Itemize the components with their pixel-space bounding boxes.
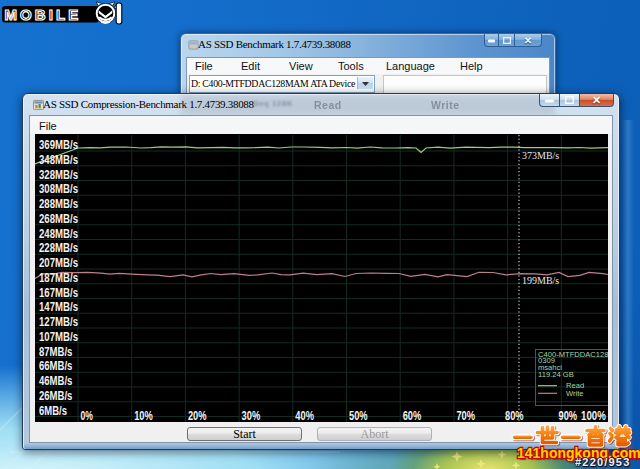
svg-text:26MB/s: 26MB/s	[39, 389, 73, 403]
svg-text:328MB/s: 328MB/s	[39, 168, 78, 182]
svg-text:60%: 60%	[403, 409, 422, 422]
svg-text:167MB/s: 167MB/s	[39, 286, 78, 300]
svg-text:119.24 GB: 119.24 GB	[538, 370, 574, 379]
svg-text:268MB/s: 268MB/s	[39, 212, 78, 226]
svg-text:373MB/s: 373MB/s	[522, 150, 559, 161]
svg-text:66MB/s: 66MB/s	[39, 359, 73, 373]
svg-text:348MB/s: 348MB/s	[39, 153, 78, 167]
svg-text:70%: 70%	[456, 409, 475, 422]
svg-text:50%: 50%	[349, 409, 368, 422]
svg-text:127MB/s: 127MB/s	[39, 315, 78, 329]
svg-text:107MB/s: 107MB/s	[39, 330, 78, 344]
svg-text:100%: 100%	[581, 409, 606, 422]
svg-text:Write: Write	[566, 389, 584, 398]
svg-text:10%: 10%	[134, 409, 153, 422]
svg-text:187MB/s: 187MB/s	[39, 271, 78, 285]
svg-text:40%: 40%	[295, 409, 314, 422]
svg-text:228MB/s: 228MB/s	[39, 241, 78, 255]
svg-text:30%: 30%	[242, 409, 261, 422]
svg-text:46MB/s: 46MB/s	[39, 374, 73, 388]
svg-text:6MB/s: 6MB/s	[39, 404, 67, 418]
svg-text:248MB/s: 248MB/s	[39, 227, 78, 241]
svg-text:308MB/s: 308MB/s	[39, 182, 78, 196]
svg-text:90%: 90%	[559, 409, 578, 422]
svg-text:207MB/s: 207MB/s	[39, 256, 78, 270]
svg-text:147MB/s: 147MB/s	[39, 300, 78, 314]
svg-text:87MB/s: 87MB/s	[39, 345, 73, 359]
svg-text:369MB/s: 369MB/s	[39, 138, 78, 152]
svg-text:0%: 0%	[81, 409, 94, 422]
svg-text:80%: 80%	[505, 409, 524, 422]
svg-text:20%: 20%	[188, 409, 207, 422]
svg-text:199MB/s: 199MB/s	[522, 275, 559, 286]
svg-text:288MB/s: 288MB/s	[39, 197, 78, 211]
